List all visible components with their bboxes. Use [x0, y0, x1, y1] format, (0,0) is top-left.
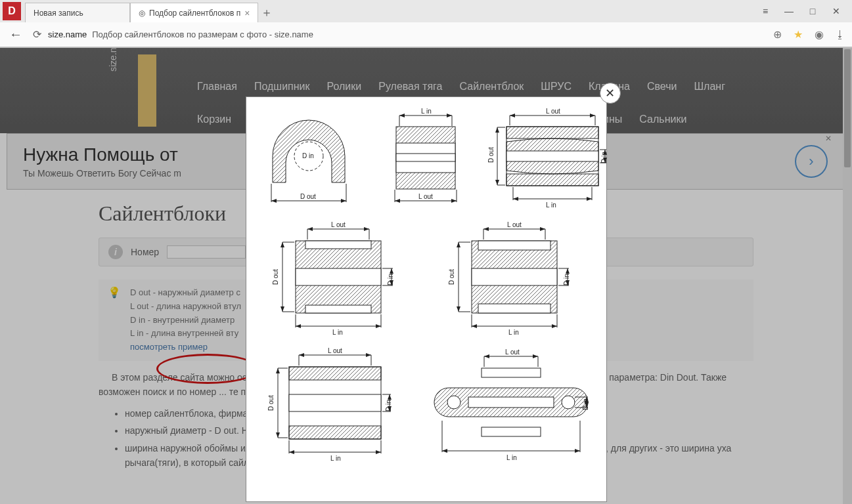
- globe-icon[interactable]: ⊕: [771, 28, 784, 41]
- diagram-sleeve: L out L in D out D in: [253, 342, 417, 467]
- svg-rect-44: [296, 268, 381, 285]
- svg-rect-115: [482, 368, 541, 377]
- svg-marker-89: [566, 268, 570, 274]
- svg-rect-46: [305, 305, 371, 313]
- url-title: Подбор сайлентблоков по размерам с фото …: [92, 30, 313, 39]
- svg-marker-55: [296, 324, 301, 328]
- tab-label: Подбор сайлентблоков п: [149, 9, 240, 18]
- reload-button[interactable]: ⟳: [33, 28, 41, 41]
- diagram-bushing-a: L out L in D out D in: [253, 215, 424, 339]
- tab-bar: D Новая запись ◎ Подбор сайлентблоков п …: [0, 0, 852, 22]
- label-dout: D out: [267, 395, 275, 411]
- svg-marker-129: [575, 449, 580, 453]
- label-dout: D out: [272, 269, 279, 285]
- svg-rect-94: [289, 394, 381, 411]
- svg-marker-50: [307, 227, 313, 231]
- diagram-bushing-b: L out L in D out D in: [429, 215, 600, 339]
- svg-marker-12: [399, 114, 405, 117]
- label-dout: D out: [487, 147, 495, 163]
- label-lout: L out: [418, 193, 433, 200]
- close-window-icon[interactable]: ✕: [830, 5, 843, 18]
- label-din: D in: [563, 274, 570, 285]
- svg-marker-85: [457, 306, 460, 312]
- diagram-cylinder-1: L in L out: [370, 104, 482, 212]
- diagram-modal: ✕ D in D out: [246, 96, 607, 502]
- svg-rect-69: [478, 241, 550, 250]
- svg-marker-13: [447, 114, 452, 117]
- svg-marker-56: [376, 324, 381, 328]
- page-viewport: size.name Главная Подшипник Ролики Рулев…: [0, 48, 852, 504]
- svg-marker-51: [364, 227, 369, 231]
- label-dout: D out: [448, 269, 455, 285]
- label-din: D in: [387, 274, 394, 285]
- svg-marker-60: [280, 242, 284, 247]
- svg-rect-45: [305, 241, 371, 249]
- label-lin: L in: [330, 455, 341, 462]
- window-controls: ≡ — □ ✕: [759, 5, 849, 18]
- tab-label: Новая запись: [34, 9, 83, 18]
- minimize-icon[interactable]: —: [782, 5, 796, 18]
- url-input[interactable]: size.name Подбор сайлентблоков по размер…: [48, 30, 764, 39]
- svg-rect-20: [506, 127, 598, 138]
- svg-marker-84: [457, 242, 460, 247]
- extension-icon[interactable]: ◉: [813, 28, 826, 41]
- svg-rect-21: [506, 174, 598, 186]
- svg-marker-31: [513, 197, 518, 201]
- svg-rect-119: [468, 397, 554, 408]
- diagram-row-1: D in D out L in: [253, 104, 600, 212]
- label-lout: L out: [546, 108, 560, 115]
- svg-marker-4: [271, 199, 277, 203]
- maximize-icon[interactable]: □: [806, 5, 819, 18]
- svg-marker-18: [451, 199, 457, 203]
- label-din: D in: [582, 398, 589, 410]
- svg-marker-61: [280, 306, 284, 312]
- label-lin: L in: [332, 329, 343, 336]
- svg-rect-116: [482, 427, 541, 436]
- label-lout: L out: [331, 221, 346, 228]
- label-din: D in: [302, 152, 314, 159]
- svg-marker-113: [388, 394, 392, 400]
- label-lin: L in: [546, 201, 556, 209]
- close-icon[interactable]: ×: [244, 8, 250, 18]
- label-lout: L out: [328, 347, 342, 354]
- svg-marker-74: [483, 227, 489, 231]
- close-icon[interactable]: ✕: [600, 83, 621, 104]
- svg-rect-8: [396, 154, 455, 161]
- svg-rect-22: [506, 151, 598, 161]
- tab-new-entry[interactable]: Новая запись: [25, 3, 130, 22]
- url-domain: size.name: [48, 30, 87, 39]
- app-badge: D: [3, 2, 21, 20]
- svg-marker-103: [289, 450, 294, 454]
- browser-chrome: D Новая запись ◎ Подбор сайлентблоков п …: [0, 0, 852, 48]
- svg-marker-108: [276, 368, 280, 373]
- download-icon[interactable]: ⭳: [834, 28, 847, 41]
- svg-rect-92: [289, 367, 381, 380]
- label-lout: L out: [507, 221, 522, 228]
- svg-marker-65: [390, 268, 393, 274]
- back-button[interactable]: ←: [5, 27, 26, 42]
- new-tab-button[interactable]: ＋: [258, 4, 275, 21]
- diagram-arch: D in D out: [253, 104, 365, 212]
- svg-rect-68: [472, 268, 557, 285]
- svg-marker-109: [276, 432, 280, 438]
- svg-marker-36: [495, 127, 499, 133]
- menu-icon[interactable]: ≡: [759, 5, 772, 18]
- svg-marker-98: [299, 353, 304, 357]
- tab-active[interactable]: ◎ Подбор сайлентблоков п ×: [130, 3, 258, 22]
- svg-point-118: [562, 396, 575, 409]
- modal-overlay[interactable]: ✕ D in D out: [0, 48, 852, 504]
- label-lin: L in: [506, 454, 517, 461]
- label-lin: L in: [508, 329, 519, 336]
- svg-marker-75: [540, 227, 545, 231]
- svg-marker-32: [587, 197, 592, 201]
- bookmark-star-icon[interactable]: ★: [792, 28, 805, 41]
- svg-marker-123: [484, 354, 489, 358]
- svg-marker-26: [510, 114, 515, 117]
- svg-marker-37: [495, 180, 499, 185]
- svg-marker-99: [366, 353, 371, 357]
- svg-marker-124: [533, 354, 538, 358]
- label-din: D in: [385, 400, 392, 411]
- svg-marker-79: [472, 324, 477, 328]
- svg-rect-70: [478, 304, 550, 313]
- diagram-row-2: L out L in D out D in: [253, 215, 600, 339]
